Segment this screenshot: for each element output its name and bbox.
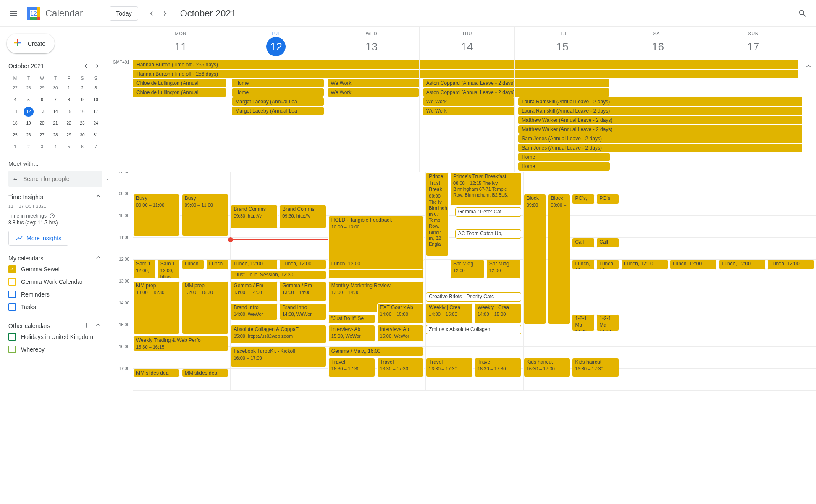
allday-event[interactable]: Home [518, 153, 610, 161]
calendar-event[interactable]: "Just Do It" Session, 12:30 [231, 270, 326, 280]
checkbox-icon[interactable] [8, 303, 16, 311]
calendar-event[interactable]: Block09:00 – [548, 194, 571, 324]
day-column-header[interactable]: MON 11 [133, 27, 228, 59]
mini-day[interactable]: 23 [77, 118, 87, 129]
day-column-header[interactable]: THU 14 [419, 27, 514, 59]
calendar-event[interactable]: Weekly | Crea14:00 – 15:00 [475, 303, 521, 323]
allday-cell[interactable] [610, 59, 705, 172]
calendar-event[interactable]: Snr Mktg12:00 – [486, 260, 520, 279]
mini-day[interactable]: 26 [24, 130, 34, 140]
day-column[interactable]: Lunch, 12:00Lunch, 12:00 [719, 172, 816, 391]
app-logo[interactable]: 12 Calendar [24, 5, 86, 22]
checkbox-icon[interactable] [8, 265, 16, 273]
allday-cell[interactable]: Hannah Burton (Time off - 256 days)Hanna… [133, 59, 228, 172]
allday-event[interactable]: Chloe de Lullington (Annual [133, 88, 226, 97]
more-insights-button[interactable]: More insights [8, 231, 68, 246]
mini-day[interactable]: 10 [91, 95, 101, 105]
calendar-event[interactable]: Lunch, 12:00 [767, 260, 814, 270]
calendar-event[interactable]: Lunch [206, 260, 229, 270]
calendar-event[interactable]: MM slides dea [182, 369, 228, 377]
mini-day[interactable]: 5 [64, 142, 74, 152]
collapse-allday-button[interactable] [801, 59, 816, 172]
calendar-event[interactable]: Gemma / Peter Cat [455, 207, 522, 217]
calendar-event[interactable]: Lunch, 12:00 [279, 260, 326, 270]
calendar-event[interactable]: EXT Goat x Ab14:00 – 15:00 [377, 303, 424, 323]
day-column[interactable]: Block09:00Block09:00 –PO's,PO's,Call Gra… [523, 172, 621, 391]
mini-day[interactable]: 4 [50, 142, 60, 152]
mini-day[interactable]: 2 [77, 83, 87, 93]
search-icon[interactable] [792, 3, 813, 24]
calendar-event[interactable]: Lunch, 12:00 [670, 260, 716, 270]
chevron-up-icon[interactable] [94, 321, 102, 331]
mini-prev-month[interactable] [81, 61, 91, 71]
mini-day[interactable]: 27 [37, 130, 47, 140]
calendar-event[interactable]: 1-2-1 Ma14:30 – 1 [596, 314, 619, 331]
calendar-item[interactable]: Gemma Work Calendar [8, 276, 102, 288]
calendar-item[interactable]: Gemma Sewell [8, 263, 102, 276]
mini-day[interactable]: 6 [37, 95, 47, 105]
calendar-event[interactable]: Block09:00 [524, 194, 546, 324]
mini-day[interactable]: 3 [37, 142, 47, 152]
mini-day[interactable]: 20 [37, 118, 47, 129]
day-column[interactable]: Brand Comms09:30, http://vBrand Comms09:… [230, 172, 328, 391]
mini-day[interactable]: 21 [50, 118, 60, 129]
calendar-event[interactable]: Lunch, 12:00 [621, 260, 668, 270]
mini-day[interactable]: 7 [50, 95, 60, 105]
allday-event[interactable]: Home [232, 79, 323, 87]
mini-day[interactable]: 14 [50, 107, 60, 117]
calendar-event[interactable]: MM prep13:00 – 15:30 [182, 281, 228, 334]
allday-cell[interactable]: We WorkWe Work [324, 59, 419, 172]
day-column[interactable]: Lunch, 12:00Lunch, 12:00 [621, 172, 718, 391]
calendar-event[interactable]: Lunch, 12 [572, 260, 595, 270]
today-button[interactable]: Today [110, 6, 138, 21]
chevron-up-icon[interactable] [94, 192, 102, 202]
allday-cell[interactable]: Aston Coppard (Annual Leave - 2 days)Ast… [419, 59, 514, 172]
mini-day[interactable]: 1 [10, 142, 20, 152]
mini-day[interactable]: 1 [64, 83, 74, 93]
day-column[interactable]: HOLD - Tangible Feedback10:00 – 13:00Lun… [328, 172, 425, 391]
calendar-event[interactable]: 1-2-1 Ma14:30 – 1 [572, 314, 595, 331]
mini-next-month[interactable] [92, 61, 102, 71]
mini-day[interactable]: 16 [77, 107, 87, 117]
day-column[interactable]: Prince Trust Break08:00 The Iv Birmingh … [425, 172, 523, 391]
allday-event[interactable]: We Work [328, 88, 419, 97]
mini-calendar[interactable]: MTWTFSS272829301234567891011121314151617… [8, 74, 102, 153]
allday-cell[interactable] [706, 59, 801, 172]
calendar-event[interactable]: Lunch [182, 260, 205, 270]
calendar-event[interactable]: Kids haircut16:30 – 17:30 [572, 358, 619, 377]
calendar-event[interactable]: Busy09:00 – 11:00 [182, 194, 228, 236]
mini-day[interactable]: 28 [50, 130, 60, 140]
calendar-event[interactable]: Brand Comms09:30, http://v [279, 205, 326, 228]
calendar-event[interactable]: MM prep13:00 – 15:30 [133, 281, 180, 334]
mini-day[interactable]: 7 [91, 142, 101, 152]
calendar-event[interactable]: Busy09:00 – 11:00 [133, 194, 180, 236]
calendar-event[interactable]: Interview- Ab15:00, WeWor [328, 325, 375, 342]
calendar-event[interactable]: Weekly Trading & Web Perfo15:30 – 16:15 [133, 336, 228, 351]
allday-event[interactable]: Home [518, 162, 610, 171]
calendar-event[interactable]: Absolute Collagen & CoppaF15:00, https:/… [231, 325, 326, 344]
help-icon[interactable] [49, 213, 55, 219]
mini-day[interactable]: 22 [64, 118, 74, 129]
calendar-event[interactable]: Prince's Trust Breakfast08:00 – 12:15 Th… [450, 172, 521, 206]
chevron-up-icon[interactable] [94, 253, 102, 263]
mini-day[interactable]: 3 [91, 83, 101, 93]
calendar-event[interactable]: Brand Intro14:00, WeWor [231, 303, 277, 320]
calendar-event[interactable]: Lunch, 12:00 [231, 260, 277, 270]
mini-day[interactable]: 29 [37, 83, 47, 93]
day-column-header[interactable]: TUE 12 [228, 27, 323, 59]
allday-cell[interactable]: HomeHomeMargot Laceby (Annual LeaMargot … [228, 59, 323, 172]
calendar-item[interactable]: Whereby [8, 343, 102, 356]
calendar-event[interactable]: PO's, [572, 194, 595, 204]
calendar-item[interactable]: Holidays in United Kingdom [8, 331, 102, 343]
mini-day[interactable]: 19 [24, 118, 34, 129]
mini-day[interactable]: 27 [10, 83, 20, 93]
allday-event[interactable]: We Work [423, 107, 514, 115]
calendar-event[interactable]: Brand Intro14:00, WeWor [279, 303, 326, 320]
calendar-event[interactable]: MM slides dea [133, 369, 180, 377]
mini-day[interactable]: 18 [10, 118, 20, 129]
calendar-item[interactable]: Tasks [8, 301, 102, 313]
calendar-event[interactable]: Kids haircut16:30 – 17:30 [524, 358, 570, 377]
allday-cell[interactable]: Laura Ramskill (Annual Leave - 2 days)La… [514, 59, 610, 172]
create-button[interactable]: Create [7, 34, 55, 53]
allday-event[interactable]: We Work [328, 79, 419, 87]
